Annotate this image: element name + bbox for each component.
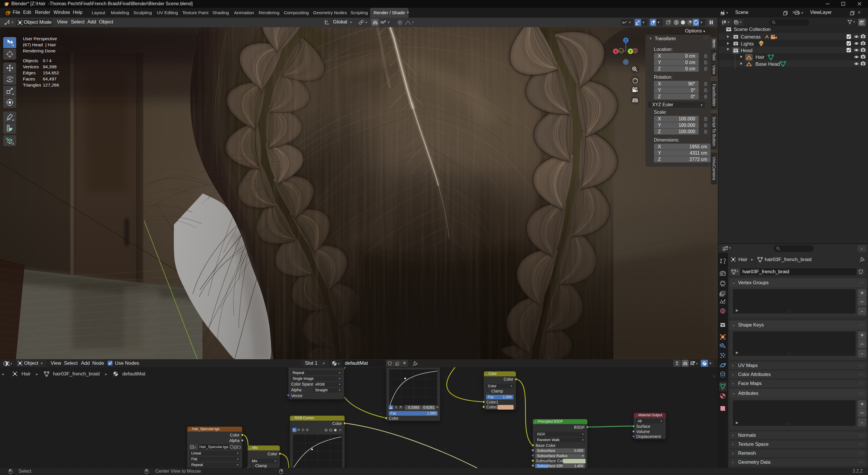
svg-text:Y: Y: [629, 50, 631, 54]
svg-text:Z: Z: [625, 38, 627, 42]
svg-text:Lights: Lights: [741, 41, 754, 47]
svg-text:Scene Collection: Scene Collection: [734, 27, 771, 32]
svg-text:Hair: Hair: [755, 54, 765, 60]
svg-text:Cameras: Cameras: [741, 34, 761, 40]
svg-text:Base Head: Base Head: [755, 61, 780, 67]
svg-text:Head: Head: [741, 48, 752, 53]
svg-text:X: X: [615, 50, 617, 54]
